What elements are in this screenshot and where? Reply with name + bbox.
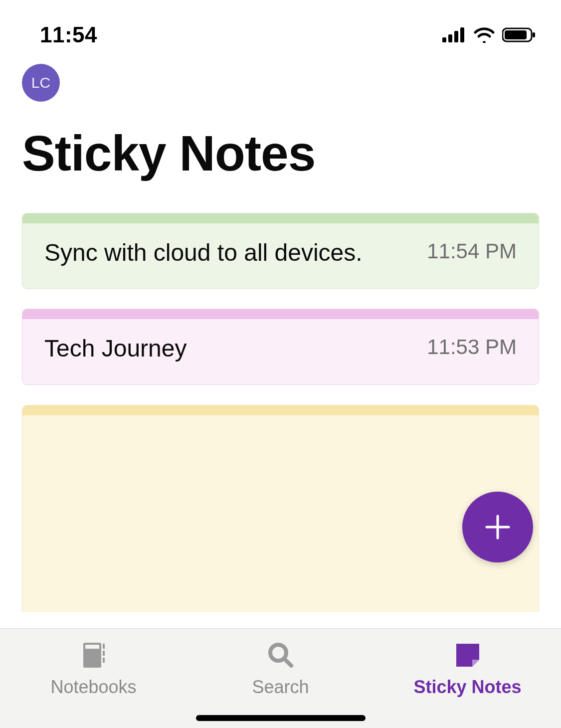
page-title: Sticky Notes [22, 125, 539, 182]
notebook-icon [79, 641, 108, 670]
note-color-strip [22, 213, 539, 223]
svg-rect-10 [85, 645, 99, 649]
svg-rect-12 [103, 651, 105, 656]
plus-icon [484, 513, 512, 541]
svg-rect-1 [448, 34, 452, 42]
note-item[interactable] [22, 405, 539, 612]
tab-sticky-notes[interactable]: Sticky Notes [374, 629, 561, 728]
tab-label: Search [252, 677, 309, 698]
status-icons [442, 27, 536, 43]
svg-rect-5 [505, 30, 527, 39]
search-icon [266, 641, 295, 670]
home-indicator[interactable] [196, 715, 366, 721]
tab-search[interactable]: Search [187, 629, 374, 728]
status-bar: 11:54 [0, 0, 561, 55]
avatar-initials: LC [31, 74, 50, 91]
note-text: Tech Journey [44, 333, 187, 364]
note-color-strip [22, 405, 539, 415]
tab-label: Notebooks [50, 677, 136, 698]
header: LC Sticky Notes [0, 55, 561, 197]
note-color-strip [22, 309, 539, 319]
tab-bar: Notebooks Search Sticky Notes [0, 628, 561, 728]
svg-rect-0 [442, 37, 446, 42]
tab-label: Sticky Notes [413, 677, 521, 698]
tab-notebooks[interactable]: Notebooks [0, 629, 187, 728]
battery-icon [502, 27, 536, 43]
avatar[interactable]: LC [22, 64, 60, 102]
svg-rect-13 [103, 658, 105, 663]
svg-rect-6 [533, 32, 535, 37]
svg-rect-2 [454, 31, 458, 42]
svg-line-15 [284, 659, 291, 666]
cellular-icon [442, 27, 466, 42]
add-note-button[interactable] [462, 492, 533, 562]
svg-rect-3 [460, 27, 464, 42]
note-time: 11:54 PM [427, 237, 517, 263]
note-item[interactable]: Sync with cloud to all devices. 11:54 PM [22, 213, 539, 289]
status-time: 11:54 [40, 22, 97, 47]
note-text: Sync with cloud to all devices. [44, 237, 363, 268]
note-time: 11:53 PM [427, 333, 517, 359]
wifi-icon [473, 27, 495, 43]
note-item[interactable]: Tech Journey 11:53 PM [22, 309, 539, 384]
svg-rect-11 [103, 644, 105, 649]
sticky-note-icon [453, 641, 482, 670]
